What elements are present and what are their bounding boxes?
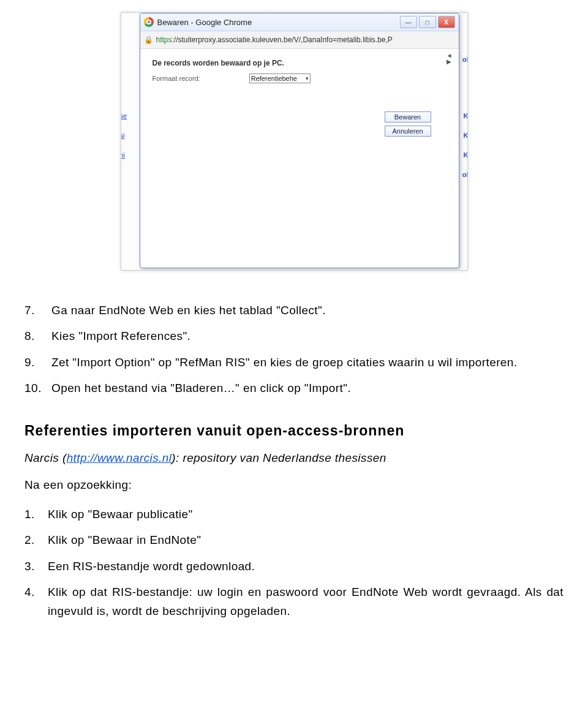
item-text: Open het bestand via "Bladeren…" en clic… — [51, 379, 351, 397]
popup-window: Bewaren - Google Chrome — □ X 🔒 https://… — [140, 13, 459, 268]
item-number: 7. — [24, 301, 51, 320]
item-text: Klik op "Bewaar in EndNote" — [48, 531, 201, 549]
instruction-list-2: 1.Klik op "Bewaar publicatie" 2.Klik op … — [24, 505, 564, 620]
item-number: 8. — [24, 327, 51, 345]
item-text: Klik op "Bewaar publicatie" — [48, 505, 193, 524]
bg-text: ol — [462, 171, 468, 178]
item-text: Klik op dat RIS-bestandje: uw login en p… — [48, 583, 564, 620]
cancel-button[interactable]: Annuleren — [385, 126, 431, 137]
url-text: https://stuiterproxy.associatie.kuleuven… — [156, 36, 393, 44]
bg-text: K — [464, 132, 468, 139]
item-number: 2. — [24, 531, 48, 549]
chevron-down-icon: ▾ — [306, 75, 309, 81]
chrome-icon — [144, 17, 154, 27]
nav-arrows[interactable]: ◄ ▶ — [447, 53, 453, 65]
embedded-screenshot: ol K K K ol se si ni Bewaren - Google Ch… — [121, 12, 468, 271]
bg-text: se — [121, 112, 127, 119]
item-number: 9. — [24, 353, 51, 372]
narcis-link[interactable]: http://www.narcis.nl — [67, 451, 172, 464]
item-text: Een RIS-bestandje wordt gedownload. — [48, 557, 255, 576]
item-number: 4. — [24, 583, 48, 620]
maximize-button[interactable]: □ — [419, 16, 436, 28]
format-label: Formaat record: — [153, 75, 200, 82]
bg-text: ni — [121, 151, 126, 159]
bg-text: ol — [462, 56, 468, 63]
info-message: De records worden bewaard op je PC. — [153, 59, 447, 67]
lock-icon: 🔒 — [145, 36, 153, 43]
item-text: Zet "Import Option" op "RefMan RIS" en k… — [51, 353, 517, 372]
bg-text: K — [464, 112, 468, 119]
save-button[interactable]: Bewaren — [385, 111, 431, 122]
item-number: 1. — [24, 505, 48, 524]
item-number: 10. — [24, 379, 51, 397]
format-select[interactable]: Referentiebehe▾ — [249, 73, 311, 83]
item-text: Ga naar EndNote Web en kies het tablad "… — [51, 301, 326, 320]
section-heading: Referenties importeren vanuit open-acces… — [24, 423, 564, 439]
close-button[interactable]: X — [438, 16, 455, 28]
titlebar: Bewaren - Google Chrome — □ X — [140, 13, 459, 31]
narcis-line: Narcis (http://www.narcis.nl): repositor… — [24, 451, 564, 465]
after-search-label: Na een opzoekking: — [24, 476, 564, 494]
nav-right-icon[interactable]: ▶ — [447, 59, 453, 65]
minimize-button[interactable]: — — [400, 16, 417, 28]
bg-text: K — [464, 151, 468, 159]
bg-text: si — [121, 132, 125, 139]
address-bar[interactable]: 🔒 https://stuiterproxy.associatie.kuleuv… — [140, 31, 459, 49]
item-number: 3. — [24, 557, 48, 576]
window-title: Bewaren - Google Chrome — [157, 18, 400, 27]
instruction-list-1: 7.Ga naar EndNote Web en kies het tablad… — [24, 301, 564, 398]
item-text: Kies "Import References". — [51, 327, 190, 345]
